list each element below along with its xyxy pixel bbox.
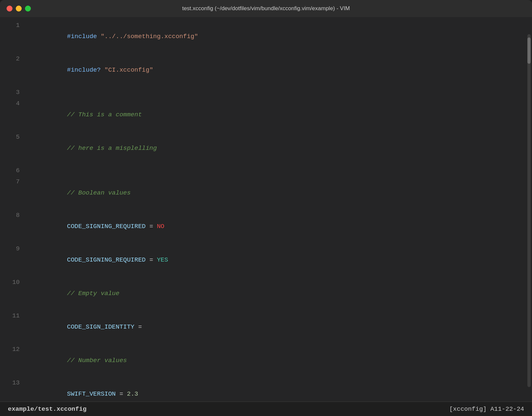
status-mode: [xcconfig] A11-22-24 xyxy=(449,405,524,413)
line-content: CODE_SIGNING_REQUIRED = YES xyxy=(30,243,525,277)
line-number: 8 xyxy=(7,210,20,221)
scrollbar-thumb[interactable] xyxy=(527,37,531,64)
code-line: 2 #include? "CI.xcconfig" xyxy=(0,53,532,87)
title-bar: test.xcconfig (~/dev/dotfiles/vim/bundle… xyxy=(0,0,532,17)
line-number: 12 xyxy=(7,344,20,355)
window-controls xyxy=(7,6,31,12)
line-number: 2 xyxy=(7,53,20,64)
vim-window: test.xcconfig (~/dev/dotfiles/vim/bundle… xyxy=(0,0,532,416)
line-content: // here is a misplelling xyxy=(30,131,525,165)
code-line: 10 // Empty value xyxy=(0,277,532,310)
line-content: #include? "CI.xcconfig" xyxy=(30,53,525,87)
code-line: 8 CODE_SIGNING_REQUIRED = NO xyxy=(0,210,532,243)
scrollbar[interactable] xyxy=(527,34,531,387)
code-line: 1 #include "../../something.xcconfig" xyxy=(0,20,532,53)
line-number: 5 xyxy=(7,131,20,143)
line-number: 13 xyxy=(7,377,20,388)
maximize-button[interactable] xyxy=(25,6,31,12)
code-line: 6 xyxy=(0,165,532,176)
window-title: test.xcconfig (~/dev/dotfiles/vim/bundle… xyxy=(182,5,350,12)
line-content: CODE_SIGN_IDENTITY = xyxy=(30,310,525,344)
close-button[interactable] xyxy=(7,6,12,12)
line-content: // Number values xyxy=(30,344,525,377)
code-line: 5 // here is a misplelling xyxy=(0,131,532,165)
code-line: 11 CODE_SIGN_IDENTITY = xyxy=(0,310,532,344)
line-number: 1 xyxy=(7,20,20,31)
line-number: 10 xyxy=(7,277,20,288)
code-line: 7 // Boolean values xyxy=(0,176,532,210)
code-container[interactable]: 1 #include "../../something.xcconfig" 2 … xyxy=(0,17,532,402)
code-line: 9 CODE_SIGNING_REQUIRED = YES xyxy=(0,243,532,277)
line-number: 11 xyxy=(7,310,20,321)
line-number: 6 xyxy=(7,165,20,176)
line-number: 3 xyxy=(7,87,20,98)
minimize-button[interactable] xyxy=(16,6,22,12)
line-content: SWIFT_VERSION = 2.3 xyxy=(30,377,525,402)
code-line: 12 // Number values xyxy=(0,344,532,377)
line-content: CODE_SIGNING_REQUIRED = NO xyxy=(30,210,525,243)
code-line: 3 xyxy=(0,87,532,98)
status-file-path: example/test.xcconfig xyxy=(8,405,86,413)
code-line: 4 // This is a comment xyxy=(0,98,532,131)
line-number: 9 xyxy=(7,243,20,254)
line-content: // Boolean values xyxy=(30,176,525,210)
line-number: 4 xyxy=(7,98,20,109)
line-content: #include "../../something.xcconfig" xyxy=(30,20,525,53)
status-bar: example/test.xcconfig [xcconfig] A11-22-… xyxy=(0,402,532,416)
line-content: // This is a comment xyxy=(30,98,525,131)
code-line: 13 SWIFT_VERSION = 2.3 xyxy=(0,377,532,402)
line-content: // Empty value xyxy=(30,277,525,310)
editor-area[interactable]: 1 #include "../../something.xcconfig" 2 … xyxy=(0,17,532,402)
line-number: 7 xyxy=(7,176,20,187)
